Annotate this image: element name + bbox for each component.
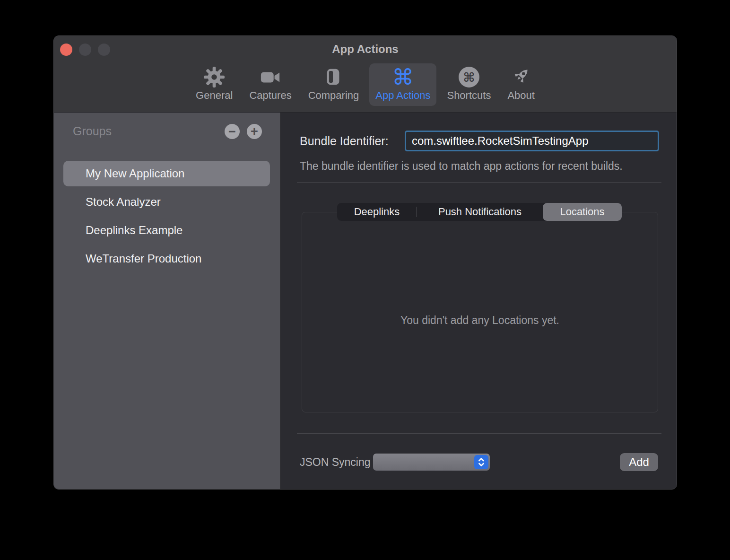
command-icon: ⌘ xyxy=(392,65,414,89)
remove-group-button[interactable]: − xyxy=(225,124,240,139)
tab-deeplinks[interactable]: Deeplinks xyxy=(337,203,417,221)
tab-locations[interactable]: Locations xyxy=(543,203,622,221)
video-camera-icon xyxy=(260,65,281,89)
tab-about-label: About xyxy=(507,89,535,102)
rocket-icon xyxy=(510,65,532,89)
group-label: Stock Analyzer xyxy=(86,195,161,209)
tab-general[interactable]: General xyxy=(190,63,239,106)
sidebar-item-my-new-application[interactable]: My New Application xyxy=(63,161,270,186)
bundle-identifier-help-text: The bundle identifier is used to match a… xyxy=(300,160,623,173)
json-syncing-dropdown[interactable] xyxy=(373,454,490,471)
content-tabs: Deeplinks Push Notifications Locations xyxy=(337,203,622,221)
tab-push-notifications[interactable]: Push Notifications xyxy=(417,203,543,221)
main-content: Bundle Identifier: The bundle identifier… xyxy=(281,113,677,489)
app-actions-settings-window: App Actions xyxy=(53,35,677,490)
add-button[interactable]: Add xyxy=(620,453,658,471)
add-group-button[interactable]: + xyxy=(247,124,262,139)
bundle-identifier-input[interactable] xyxy=(405,131,659,151)
group-list: My New Application Stock Analyzer Deepli… xyxy=(63,161,270,271)
groups-sidebar: Groups − + My New Application Stock Anal… xyxy=(54,113,281,489)
tab-about[interactable]: About xyxy=(501,63,541,106)
tab-captures[interactable]: Captures xyxy=(243,63,297,106)
tab-comparing-label: Comparing xyxy=(308,89,359,102)
empty-state-text: You didn't add any Locations yet. xyxy=(400,314,559,327)
compare-panels-icon xyxy=(322,65,344,89)
sidebar-item-stock-analyzer[interactable]: Stock Analyzer xyxy=(63,189,270,215)
json-syncing-label: JSON Syncing xyxy=(300,456,371,469)
divider xyxy=(297,182,661,183)
tab-app-actions-label: App Actions xyxy=(375,89,430,102)
tab-general-label: General xyxy=(196,89,233,102)
window-title: App Actions xyxy=(54,43,677,56)
group-label: Deeplinks Example xyxy=(86,224,182,237)
locations-panel: You didn't add any Locations yet. xyxy=(302,212,658,412)
tab-app-actions[interactable]: ⌘ App Actions xyxy=(369,63,436,106)
divider xyxy=(297,433,661,434)
chevron-up-down-icon xyxy=(474,455,488,469)
tab-captures-label: Captures xyxy=(249,89,291,102)
tab-comparing[interactable]: Comparing xyxy=(302,63,365,106)
groups-header: Groups xyxy=(73,124,112,138)
sidebar-item-deeplinks-example[interactable]: Deeplinks Example xyxy=(63,218,270,243)
gear-icon xyxy=(203,65,225,89)
titlebar-toolbar: App Actions xyxy=(54,36,677,113)
group-label: My New Application xyxy=(86,167,184,180)
sidebar-item-wetransfer-production[interactable]: WeTransfer Production xyxy=(63,246,270,271)
bundle-identifier-label: Bundle Identifier: xyxy=(300,134,389,148)
toolbar: General Captures Compa xyxy=(54,63,677,106)
group-label: WeTransfer Production xyxy=(86,252,201,265)
tab-shortcuts[interactable]: ⌘ Shortcuts xyxy=(441,63,497,106)
tab-shortcuts-label: Shortcuts xyxy=(447,89,491,102)
command-circle-icon: ⌘ xyxy=(459,65,479,89)
